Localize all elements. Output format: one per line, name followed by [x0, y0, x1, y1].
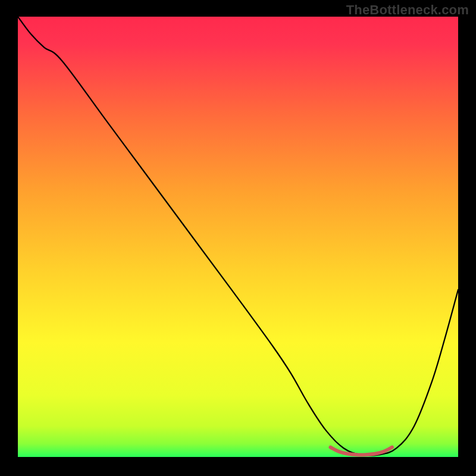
- chart-svg: [18, 17, 458, 457]
- chart-frame: TheBottleneck.com: [0, 0, 476, 476]
- watermark-text: TheBottleneck.com: [346, 2, 469, 18]
- gradient-background: [18, 17, 458, 457]
- chart-plot-area: [18, 17, 458, 457]
